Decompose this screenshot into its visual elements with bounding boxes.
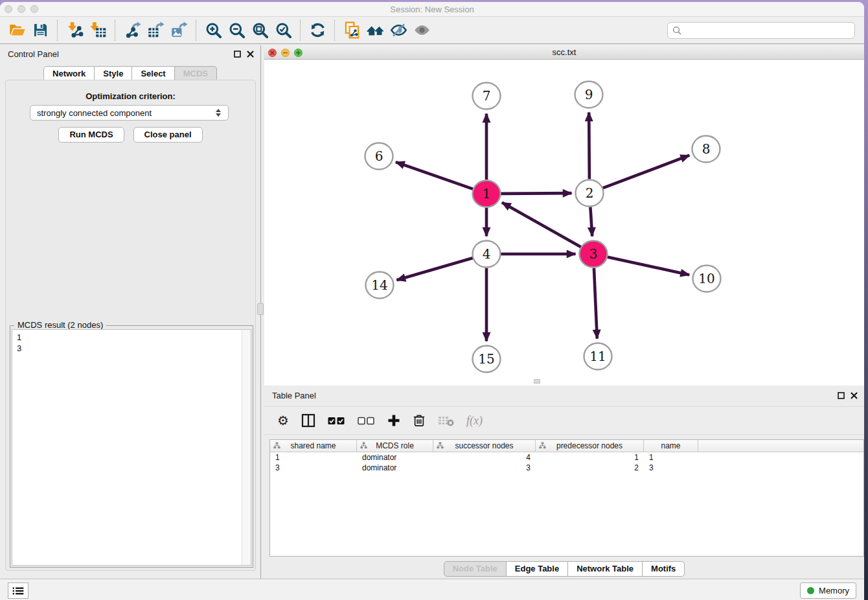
close-panel-button[interactable]: Close panel xyxy=(133,127,203,143)
close-table-panel-icon[interactable] xyxy=(851,392,858,399)
table-panel: Table Panel ⚙ f(x) shared nameMCDS roles… xyxy=(264,387,864,579)
column-header-predecessor-nodes[interactable]: predecessor nodes xyxy=(536,440,644,452)
duplicate-network-icon[interactable] xyxy=(340,19,363,42)
network-minimize-button[interactable] xyxy=(281,49,290,57)
column-header-successor-nodes[interactable]: successor nodes xyxy=(433,440,536,452)
graph-edge-2-9[interactable] xyxy=(589,112,589,179)
graph-edge-1-6[interactable] xyxy=(396,162,474,189)
search-box xyxy=(667,22,855,39)
mcds-result-group: MCDS result (2 nodes) 13 xyxy=(10,325,253,568)
zoom-selected-icon[interactable] xyxy=(271,19,295,42)
graph-edge-1-2[interactable] xyxy=(500,193,571,194)
graph-edge-2-8[interactable] xyxy=(602,156,689,189)
graph-node-11[interactable]: 11 xyxy=(584,343,612,370)
search-input[interactable] xyxy=(685,25,850,36)
graph-node-6[interactable]: 6 xyxy=(365,143,393,170)
graph-node-label: 2 xyxy=(586,185,594,201)
table-row[interactable]: 1dominator411 xyxy=(270,452,863,463)
table-cell[interactable]: 1 xyxy=(270,452,357,463)
graph-node-2[interactable]: 2 xyxy=(576,180,604,207)
open-file-icon[interactable] xyxy=(5,19,29,42)
result-line: 1 xyxy=(17,332,242,343)
graph-node-10[interactable]: 10 xyxy=(693,266,721,292)
graph-node-15[interactable]: 15 xyxy=(473,346,501,373)
tab-network-table[interactable]: Network Table xyxy=(568,561,643,577)
import-network-icon[interactable] xyxy=(63,19,86,42)
delete-column-icon[interactable] xyxy=(413,413,426,428)
table-row[interactable]: 3dominator323 xyxy=(270,463,863,473)
tab-node-table[interactable]: Node Table xyxy=(444,561,507,577)
graph-node-9[interactable]: 9 xyxy=(575,82,603,108)
graph-node-4[interactable]: 4 xyxy=(473,241,501,268)
network-canvas[interactable]: 1234678910111415 xyxy=(264,60,864,386)
column-header-shared-name[interactable]: shared name xyxy=(270,440,357,452)
table-cell[interactable]: 1 xyxy=(644,452,698,463)
network-graph[interactable]: 1234678910111415 xyxy=(264,60,864,386)
table-cell[interactable]: 1 xyxy=(536,452,644,463)
graph-node-3[interactable]: 3 xyxy=(580,241,608,268)
tab-motifs[interactable]: Motifs xyxy=(643,561,685,577)
table-cell[interactable]: 3 xyxy=(433,463,536,473)
network-zoom-button[interactable] xyxy=(294,49,303,57)
zoom-in-icon[interactable] xyxy=(201,19,225,42)
houses-icon[interactable] xyxy=(363,19,387,42)
column-header-label: shared name xyxy=(270,441,356,450)
canvas-grip[interactable] xyxy=(534,379,540,384)
table-cell[interactable]: 4 xyxy=(433,452,536,463)
add-column-icon[interactable] xyxy=(387,414,400,427)
optimization-criterion-select[interactable]: strongly connected component xyxy=(30,105,229,121)
minimize-window-button[interactable] xyxy=(17,5,25,13)
tab-edge-table[interactable]: Edge Table xyxy=(507,561,568,577)
close-window-button[interactable] xyxy=(5,5,12,13)
table-cell[interactable]: dominator xyxy=(357,463,433,473)
float-table-panel-icon[interactable] xyxy=(838,392,845,399)
network-window-controls xyxy=(268,45,303,60)
result-line: 3 xyxy=(17,343,242,354)
column-hierarchy-icon xyxy=(437,442,444,451)
result-scrollbar[interactable] xyxy=(242,330,251,565)
table-cell[interactable]: 2 xyxy=(536,463,644,473)
table-settings-gear-icon[interactable]: ⚙ xyxy=(277,414,289,427)
graph-node-14[interactable]: 14 xyxy=(366,272,394,299)
graph-node-1[interactable]: 1 xyxy=(473,181,501,207)
zoom-fit-icon[interactable] xyxy=(248,19,271,42)
zoom-out-icon[interactable] xyxy=(225,19,248,42)
network-close-button[interactable] xyxy=(268,49,277,57)
column-header-name[interactable]: name xyxy=(644,440,698,452)
unselect-all-columns-icon[interactable] xyxy=(358,417,375,425)
float-panel-icon[interactable] xyxy=(234,51,241,58)
graph-edge-3-11[interactable] xyxy=(594,268,597,338)
show-columns-icon[interactable] xyxy=(301,413,315,428)
save-session-icon[interactable] xyxy=(29,19,52,42)
zoom-window-button[interactable] xyxy=(30,5,38,13)
table-cell[interactable]: 3 xyxy=(270,463,357,473)
close-panel-icon[interactable] xyxy=(247,51,254,58)
export-image-icon[interactable] xyxy=(167,19,190,42)
graph-edge-2-3[interactable] xyxy=(590,207,592,236)
graph-node-8[interactable]: 8 xyxy=(692,136,720,163)
show-panels-button[interactable] xyxy=(8,583,29,599)
memory-button[interactable]: Memory xyxy=(800,583,856,599)
node-table[interactable]: shared nameMCDS rolesuccessor nodesprede… xyxy=(269,439,864,557)
graph-edge-4-14[interactable] xyxy=(396,258,473,280)
hide-graphics-details-icon[interactable] xyxy=(387,19,410,42)
function-builder-icon: f(x) xyxy=(466,414,483,428)
graph-node-label: 8 xyxy=(702,141,711,157)
graph-edge-3-1[interactable] xyxy=(502,203,581,248)
graph-node-7[interactable]: 7 xyxy=(473,83,501,110)
control-panel-title: Control Panel xyxy=(8,49,59,59)
toolbar-separator xyxy=(196,20,196,41)
column-header-MCDS-role[interactable]: MCDS role xyxy=(357,440,433,452)
refresh-icon[interactable] xyxy=(306,19,329,42)
panel-splitter-grip[interactable] xyxy=(257,303,264,315)
export-network-icon[interactable] xyxy=(120,19,144,42)
select-all-columns-icon[interactable] xyxy=(328,417,345,425)
import-table-icon[interactable] xyxy=(86,19,109,42)
graph-edge-3-10[interactable] xyxy=(607,257,689,275)
show-graphics-details-icon[interactable] xyxy=(410,19,433,42)
export-table-icon[interactable] xyxy=(144,19,167,42)
mcds-result-textarea[interactable]: 13 xyxy=(12,329,251,566)
table-cell[interactable]: 3 xyxy=(644,463,698,473)
table-cell[interactable]: dominator xyxy=(357,452,433,463)
run-mcds-button[interactable]: Run MCDS xyxy=(58,127,124,143)
